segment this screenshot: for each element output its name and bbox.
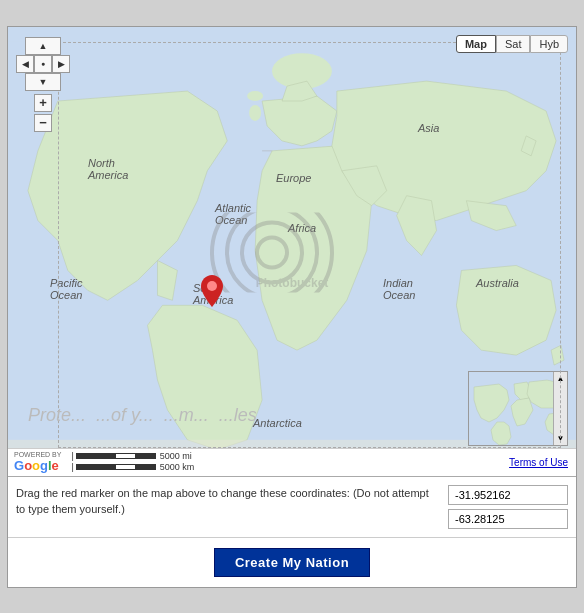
google-logo: POWERED BY Google bbox=[14, 451, 61, 473]
map-navigation: ▲ ◀ ● ▶ ▼ + − bbox=[16, 37, 70, 132]
nav-up-btn[interactable]: ▲ bbox=[25, 37, 61, 55]
scale-bar: | 5000 mi | 5000 km bbox=[71, 451, 509, 473]
mini-map-scrollbar[interactable]: ▲ ▼ bbox=[553, 372, 567, 445]
latitude-input[interactable] bbox=[448, 485, 568, 505]
nav-left-btn[interactable]: ◀ bbox=[16, 55, 34, 73]
instruction-text: Drag the red marker on the map above to … bbox=[16, 485, 440, 529]
nav-center-btn[interactable]: ● bbox=[34, 55, 52, 73]
powered-by-label: POWERED BY bbox=[14, 451, 61, 458]
create-nation-button[interactable]: Create My Nation bbox=[214, 548, 370, 577]
google-brand: Google bbox=[14, 458, 61, 473]
map-type-sat-btn[interactable]: Sat bbox=[496, 35, 531, 53]
map-type-buttons: Map Sat Hyb bbox=[456, 35, 568, 53]
info-area: Drag the red marker on the map above to … bbox=[8, 477, 576, 538]
mini-map: ▲ ▼ bbox=[468, 371, 568, 446]
map-marker[interactable] bbox=[201, 275, 223, 310]
longitude-input[interactable] bbox=[448, 509, 568, 529]
zoom-out-btn[interactable]: − bbox=[34, 114, 52, 132]
map-area: NorthAmerica Europe Asia Africa SouthAme… bbox=[8, 27, 576, 477]
nav-right-btn[interactable]: ▶ bbox=[52, 55, 70, 73]
svg-point-10 bbox=[207, 281, 217, 291]
map-type-hyb-btn[interactable]: Hyb bbox=[530, 35, 568, 53]
svg-point-3 bbox=[249, 105, 261, 121]
coordinates-area bbox=[448, 485, 568, 529]
terms-of-use-link[interactable]: Terms of Use bbox=[509, 457, 568, 468]
svg-point-2 bbox=[247, 91, 263, 101]
nav-down-btn[interactable]: ▼ bbox=[25, 73, 61, 91]
map-type-map-btn[interactable]: Map bbox=[456, 35, 496, 53]
map-footer: POWERED BY Google | 5000 mi | 5000 km Te… bbox=[8, 448, 576, 476]
scale-mi-label: 5000 mi bbox=[160, 451, 192, 461]
button-area: Create My Nation bbox=[8, 538, 576, 587]
main-container: NorthAmerica Europe Asia Africa SouthAme… bbox=[7, 26, 577, 588]
zoom-in-btn[interactable]: + bbox=[34, 94, 52, 112]
scale-km-label: 5000 km bbox=[160, 462, 195, 472]
